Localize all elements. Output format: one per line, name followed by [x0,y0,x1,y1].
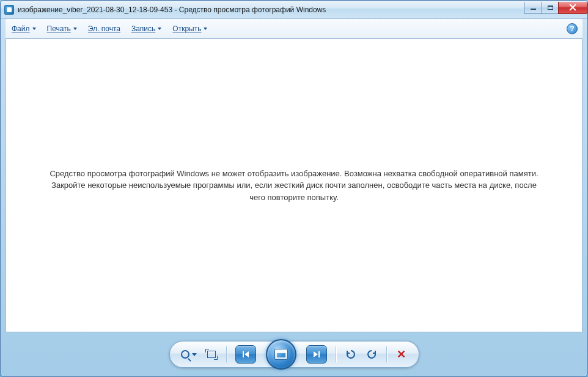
close-icon [569,4,576,11]
chevron-down-icon [73,28,77,30]
menu-burn[interactable]: Запись [131,24,161,33]
help-button[interactable]: ? [567,23,578,34]
chevron-down-icon [192,353,197,356]
previous-icon [243,351,249,357]
menu-bar: Файл Печать Эл. почта Запись Открыть ? [6,19,582,39]
menu-file[interactable]: Файл [12,24,36,33]
image-viewport: Средство просмотра фотографий Windows не… [6,39,582,332]
footer-controls: ✕ [1,337,587,371]
maximize-button[interactable] [542,2,559,14]
next-icon [314,351,320,357]
menu-burn-label: Запись [131,24,155,33]
menu-open-label: Открыть [172,24,201,33]
divider [386,346,387,362]
rotate-cw-icon [366,349,377,360]
delete-button[interactable]: ✕ [395,346,408,363]
maximize-icon [548,6,553,10]
window-controls [524,2,587,14]
menu-print[interactable]: Печать [47,24,77,33]
next-button[interactable] [306,345,327,364]
magnifier-icon [181,350,189,359]
minimize-icon [531,9,536,10]
slideshow-icon [274,349,288,360]
menu-email[interactable]: Эл. почта [88,24,120,33]
close-button[interactable] [558,2,587,14]
rotate-ccw-button[interactable] [345,346,357,363]
playback-pill: ✕ [169,341,419,368]
rotate-ccw-icon [345,349,356,360]
menu-file-label: Файл [12,24,30,33]
chevron-down-icon [158,28,161,30]
error-message: Средство просмотра фотографий Windows не… [43,168,545,204]
app-icon [4,5,14,15]
minimize-button[interactable] [524,2,542,14]
window-title: изображение_viber_2021-08-30_12-18-09-45… [18,6,524,14]
slideshow-button[interactable] [266,339,296,370]
fit-to-window-button[interactable] [205,346,218,363]
menu-print-label: Печать [47,24,71,33]
app-window: изображение_viber_2021-08-30_12-18-09-45… [0,0,588,377]
previous-button[interactable] [235,345,256,364]
help-icon: ? [570,24,574,33]
chevron-down-icon [32,28,36,30]
chevron-down-icon [204,28,207,30]
title-bar[interactable]: изображение_viber_2021-08-30_12-18-09-45… [1,1,587,19]
divider [226,346,227,362]
zoom-button[interactable] [181,346,197,363]
fit-icon [207,351,216,358]
divider [336,346,336,362]
menu-open[interactable]: Открыть [172,24,207,33]
menu-email-label: Эл. почта [88,24,120,33]
delete-icon: ✕ [397,348,406,361]
rotate-cw-button[interactable] [366,346,378,363]
